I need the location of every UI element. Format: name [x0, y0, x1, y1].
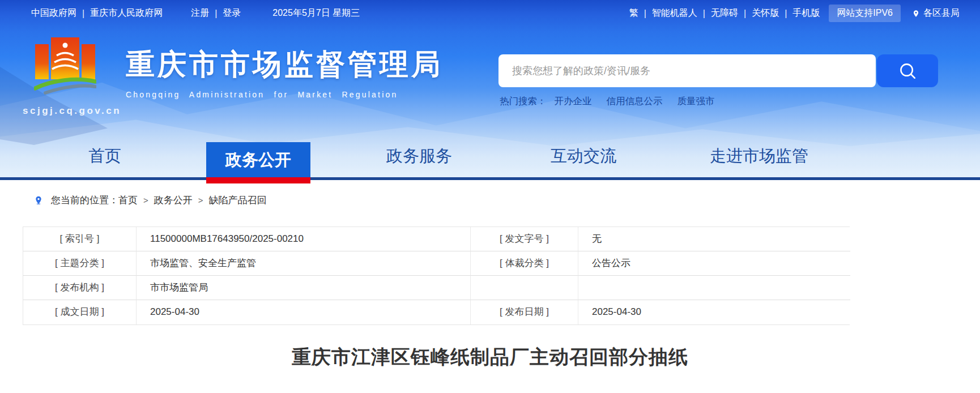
top-utility-bar: 中国政府网 | 重庆市人民政府网 注册 | 登录 2025年5月7日 星期三 繁… — [0, 0, 980, 27]
meta-label-index-number: [ 索引号 ] — [23, 227, 137, 251]
location-pin-icon — [912, 8, 920, 19]
nav-item-home[interactable]: 首页 — [68, 134, 142, 177]
search-input[interactable] — [498, 54, 876, 87]
divider: | — [644, 8, 646, 19]
site-title-block: 重庆市市场监督管理局 Chongqing Administration for … — [126, 45, 443, 99]
meta-label-issuing-agency: [ 发布机构 ] — [23, 276, 137, 300]
meta-value-written-date: 2025-04-30 — [137, 300, 471, 324]
meta-label-publish-date: [ 发布日期 ] — [471, 300, 578, 324]
nav-item-interaction[interactable]: 互动交流 — [535, 134, 632, 177]
nav-item-about-regulation[interactable]: 走进市场监管 — [694, 134, 824, 177]
search-icon — [898, 61, 917, 80]
care-version-link[interactable]: 关怀版 — [752, 7, 779, 19]
site-logo-icon[interactable] — [34, 36, 96, 99]
meta-value-genre-category: 公告公示 — [578, 251, 850, 276]
breadcrumb: 您当前的位置： 首页 > 政务公开 > 缺陷产品召回 — [0, 188, 980, 212]
china-gov-link[interactable]: 中国政府网 — [31, 7, 76, 19]
divider: | — [744, 8, 746, 19]
location-pin-icon — [34, 194, 43, 206]
breadcrumb-separator: > — [143, 195, 148, 205]
meta-value-topic-category: 市场监管、安全生产监管 — [137, 251, 471, 276]
district-bureaus-link[interactable]: 各区县局 — [923, 7, 960, 19]
mobile-version-link[interactable]: 手机版 — [792, 7, 820, 19]
site-domain: scjgj.cq.gov.cn — [23, 105, 121, 117]
hot-search-link-credit-info[interactable]: 信用信息公示 — [607, 95, 663, 108]
breadcrumb-prefix: 您当前的位置： — [51, 194, 118, 207]
breadcrumb-item-product-recall: 缺陷产品召回 — [209, 194, 267, 207]
hot-search-label: 热门搜索： — [500, 95, 547, 108]
ipv6-support-badge[interactable]: 网站支持IPV6 — [829, 5, 901, 22]
meta-value-index-number: 11500000MB17643950/2025-00210 — [137, 227, 471, 251]
site-title: 重庆市市场监督管理局 — [126, 45, 443, 84]
main-navigation: 首页 政务公开 政务服务 互动交流 走进市场监管 — [0, 134, 980, 177]
nav-item-government-disclosure[interactable]: 政务公开 — [206, 142, 310, 177]
traditional-chinese-link[interactable]: 繁 — [629, 7, 638, 19]
breadcrumb-item-home[interactable]: 首页 — [118, 194, 138, 207]
search-button[interactable] — [877, 54, 938, 87]
accessibility-link[interactable]: 无障碍 — [711, 7, 738, 19]
topbar-right-group: 繁 | 智能机器人 | 无障碍 | 关怀版 | 手机版 网站支持IPV6 各区县… — [629, 5, 960, 22]
meta-value-issuing-agency: 市市场监管局 — [137, 276, 471, 300]
meta-label-written-date: [ 成文日期 ] — [23, 300, 137, 324]
hot-search-link-start-business[interactable]: 开办企业 — [555, 95, 592, 108]
hot-search-link-quality-city[interactable]: 质量强市 — [678, 95, 715, 108]
divider: | — [215, 8, 217, 19]
chongqing-gov-link[interactable]: 重庆市人民政府网 — [90, 7, 163, 19]
register-link[interactable]: 注册 — [191, 7, 209, 19]
current-date: 2025年5月7日 星期三 — [272, 7, 360, 19]
auth-links: 注册 | 登录 — [191, 7, 241, 19]
meta-label-genre-category: [ 体裁分类 ] — [471, 251, 578, 276]
meta-label-empty — [471, 276, 578, 300]
article-title: 重庆市江津区钰峰纸制品厂主动召回部分抽纸 — [0, 344, 980, 370]
breadcrumb-separator: > — [198, 195, 203, 205]
meta-value-publish-date: 2025-04-30 — [578, 300, 850, 324]
divider: | — [82, 8, 84, 19]
meta-value-document-number: 无 — [578, 227, 850, 251]
divider: | — [785, 8, 787, 19]
hot-search-row: 热门搜索： 开办企业 信用信息公示 质量强市 — [500, 95, 730, 108]
topbar-left-group: 中国政府网 | 重庆市人民政府网 注册 | 登录 2025年5月7日 星期三 — [31, 7, 360, 19]
breadcrumb-item-disclosure[interactable]: 政务公开 — [154, 194, 193, 207]
document-meta-table: [ 索引号 ] 11500000MB17643950/2025-00210 [ … — [23, 227, 850, 325]
meta-value-empty — [578, 276, 850, 300]
divider: | — [703, 8, 705, 19]
meta-label-document-number: [ 发文字号 ] — [471, 227, 578, 251]
login-link[interactable]: 登录 — [223, 7, 241, 19]
smart-robot-link[interactable]: 智能机器人 — [652, 7, 697, 19]
site-subtitle-english: Chongqing Administration for Market Regu… — [126, 90, 443, 99]
nav-item-government-services[interactable]: 政务服务 — [371, 134, 467, 177]
meta-label-topic-category: [ 主题分类 ] — [23, 251, 137, 276]
masthead: 中国政府网 | 重庆市人民政府网 注册 | 登录 2025年5月7日 星期三 繁… — [0, 0, 980, 180]
